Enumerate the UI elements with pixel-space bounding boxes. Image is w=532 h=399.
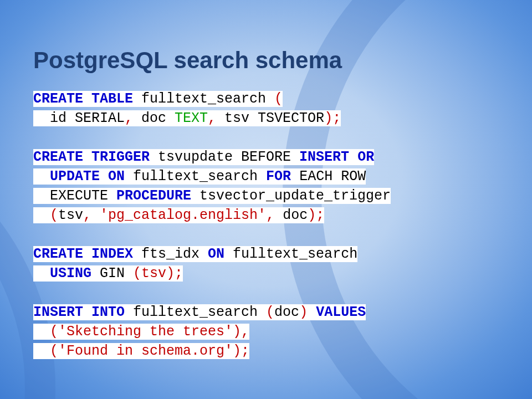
kw-on: ON [108,168,125,185]
kw-index: INDEX [91,246,133,262]
kw-create: CREATE [33,149,83,165]
kw-for: FOR [266,168,291,185]
kw-procedure: PROCEDURE [116,188,191,204]
kw-values: VALUES [316,304,366,320]
string-literal: 'Sketching the trees' [58,324,233,340]
kw-create: CREATE [33,91,83,107]
string-literal: 'pg_catalog.english' [100,207,266,223]
kw-create: CREATE [33,246,83,262]
table-name: fulltext_search [133,91,274,107]
kw-into: INTO [91,304,125,320]
slide-content: PostgreSQL search schema CREATE TABLE fu… [0,0,532,361]
kw-update: UPDATE [50,168,100,185]
procedure-name: tsvector_update_trigger [191,188,391,204]
kw-on: ON [208,246,224,262]
kw-table: TABLE [91,91,133,107]
trigger-name: tsvupdate BEFORE [150,149,299,165]
kw-using: USING [50,265,91,282]
kw-insert: INSERT [299,149,349,165]
kw-insert: INSERT [33,304,83,320]
string-literal: 'Found in schema.org' [58,343,233,359]
code-block: CREATE TABLE fulltext_search ( id SERIAL… [33,89,499,361]
slide-title: PostgreSQL search schema [33,47,499,74]
kw-trigger: TRIGGER [91,149,150,165]
slide: PostgreSQL search schema CREATE TABLE fu… [0,0,532,399]
index-name: fts_idx [133,246,208,262]
kw-or: OR [357,149,374,165]
type-text: TEXT [175,110,208,126]
